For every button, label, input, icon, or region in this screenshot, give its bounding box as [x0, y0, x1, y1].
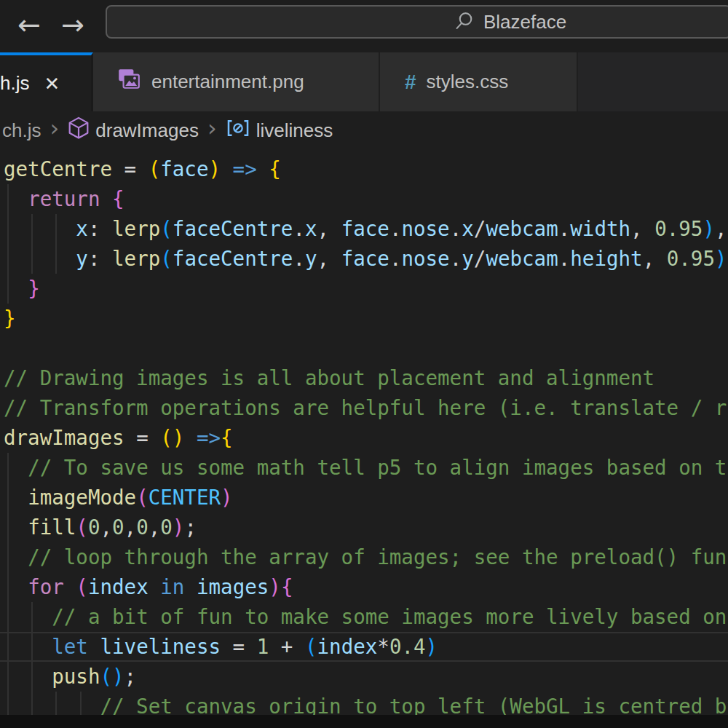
- code-line[interactable]: push();: [0, 662, 728, 692]
- indent-guide: [31, 214, 33, 274]
- code-line[interactable]: fill(0,0,0,0);: [0, 513, 728, 542]
- back-arrow-icon[interactable]: ←: [17, 9, 41, 41]
- code-line[interactable]: imageMode(CENTER): [0, 483, 728, 513]
- code-line[interactable]: getCentre = (face) => {: [0, 154, 728, 184]
- code-line[interactable]: let liveliness = 1 + (index*0.4): [0, 632, 728, 662]
- close-icon[interactable]: ✕: [44, 73, 60, 95]
- tab-label: ch.js: [0, 72, 29, 95]
- breadcrumb-member-label: liveliness: [256, 119, 333, 142]
- tab-label: styles.css: [427, 71, 509, 93]
- indent-guide: [80, 692, 82, 715]
- code-line[interactable]: // loop through the array of images; see…: [0, 542, 728, 572]
- code-line[interactable]: // To save us some math tell p5 to align…: [0, 453, 728, 483]
- breadcrumb-symbol-liveliness[interactable]: liveliness: [226, 118, 333, 143]
- command-center-text: Blazeface: [483, 11, 566, 33]
- indent-guide: [31, 602, 33, 715]
- indent-guide: [55, 214, 57, 274]
- code-line[interactable]: return {: [0, 184, 728, 214]
- breadcrumb-file[interactable]: ch.js: [2, 119, 41, 142]
- search-icon: [455, 11, 475, 33]
- title-bar: ← → Blazeface: [0, 0, 728, 52]
- code-line[interactable]: for (index in images){: [0, 572, 728, 602]
- css-hash-icon: #: [405, 71, 416, 94]
- code-editor[interactable]: faceCentre = (0.5)getCentre = (face) => …: [0, 124, 728, 721]
- code-line[interactable]: }: [0, 304, 728, 333]
- image-file-icon: [116, 68, 141, 96]
- code-line[interactable]: // Drawing images is all about placement…: [0, 363, 728, 393]
- chevron-right-icon: ›: [49, 117, 60, 143]
- tab-styles-css[interactable]: # styles.css: [380, 52, 578, 111]
- tab-label: entertainment.png: [151, 71, 304, 93]
- tab-sketch-js[interactable]: ch.js ✕: [0, 52, 93, 111]
- symbol-variable-icon: [226, 118, 250, 143]
- breadcrumb-symbol-label: drawImages: [95, 119, 199, 142]
- breadcrumb: ch.js › drawImages › liveliness: [0, 111, 728, 149]
- command-center-search[interactable]: Blazeface: [106, 5, 728, 39]
- indent-guide: [55, 692, 57, 715]
- code-line[interactable]: }: [0, 274, 728, 304]
- code-line[interactable]: x: lerp(faceCentre.x, face.nose.x/webcam…: [0, 214, 728, 244]
- code-line[interactable]: drawImages = () =>{: [0, 423, 728, 453]
- tab-entertainment-png[interactable]: entertainment.png: [93, 52, 380, 111]
- code-line[interactable]: // a bit of fun to make some images more…: [0, 602, 728, 632]
- code-line[interactable]: y: lerp(faceCentre.y, face.nose.y/webcam…: [0, 244, 728, 274]
- tab-bar: ch.js ✕ entertainment.png # styles.css: [0, 52, 728, 111]
- indent-guide: [7, 184, 9, 304]
- symbol-function-cube-icon: [68, 116, 90, 145]
- indent-guide: [7, 453, 9, 715]
- editor-bottom-edge: [0, 715, 728, 728]
- breadcrumb-symbol-drawimages[interactable]: drawImages: [68, 116, 199, 145]
- forward-arrow-icon[interactable]: →: [61, 9, 84, 41]
- chevron-right-icon: ›: [207, 117, 218, 143]
- code-line[interactable]: [0, 333, 728, 363]
- code-line[interactable]: // Transform operations are helpful here…: [0, 393, 728, 423]
